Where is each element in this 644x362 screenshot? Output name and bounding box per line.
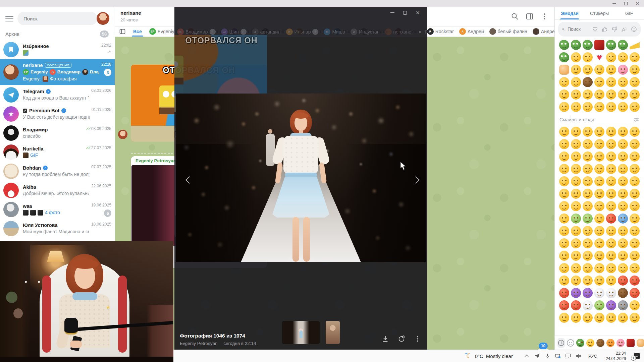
smiley-emoji-43[interactable] <box>571 201 581 211</box>
smiley-emoji-3[interactable] <box>594 127 604 137</box>
smiley-emoji-72[interactable] <box>583 251 593 261</box>
smiley-emoji-94[interactable] <box>594 288 604 298</box>
heart-icon[interactable] <box>592 26 598 33</box>
party-icon[interactable] <box>621 26 628 33</box>
recent-emoji-22[interactable] <box>571 77 581 87</box>
smiley-emoji-44[interactable] <box>583 201 593 211</box>
chat-list-item[interactable]: nerixaneСООБЩЕНИЯEPEvgeniyВВладимирВлад.… <box>0 59 115 85</box>
emoji-category-5[interactable] <box>606 338 614 348</box>
smiley-emoji-46[interactable] <box>606 201 616 211</box>
recent-emoji-26[interactable] <box>618 77 628 87</box>
smiley-emoji-108[interactable] <box>594 313 604 323</box>
smiley-emoji-80[interactable] <box>594 263 604 273</box>
smiley-emoji-86[interactable] <box>583 276 593 286</box>
smiley-emoji-24[interactable] <box>594 164 604 174</box>
download-icon[interactable] <box>382 335 389 343</box>
smiley-emoji-66[interactable] <box>594 238 604 248</box>
smiley-emoji-42[interactable] <box>559 201 569 211</box>
thumbs-up-icon[interactable] <box>601 26 608 33</box>
window-close-icon[interactable]: ✕ <box>636 0 639 7</box>
sender-avatar[interactable] <box>118 130 127 139</box>
thumbnail-current[interactable] <box>282 321 320 344</box>
smiley-emoji-102[interactable] <box>606 300 616 310</box>
chat-list-item[interactable]: NurikellaGIF✓✓27.07.2025 <box>0 142 115 162</box>
smiley-emoji-33[interactable] <box>618 176 628 186</box>
smiley-emoji-2[interactable] <box>583 127 593 137</box>
recent-emoji-17[interactable] <box>594 65 604 75</box>
viewer-maximize-icon[interactable] <box>403 11 407 15</box>
smiley-emoji-57[interactable] <box>571 226 581 236</box>
smiley-emoji-28[interactable] <box>559 176 569 186</box>
member-chip[interactable]: RRockstar <box>417 28 427 35</box>
smiley-emoji-76[interactable] <box>630 251 640 261</box>
screenshare-tray-icon[interactable] <box>555 353 561 359</box>
smiley-emoji-79[interactable] <box>583 263 593 273</box>
smiley-emoji-17[interactable] <box>594 152 604 162</box>
smiley-emoji-54[interactable] <box>618 214 628 224</box>
chat-list-item[interactable]: Владимирспасибо✓✓03.09.2025 <box>0 123 115 142</box>
album-sender-name[interactable]: Evgeniy Petrosyan <box>136 158 176 163</box>
smiley-emoji-110[interactable] <box>618 313 628 323</box>
smiley-emoji-91[interactable] <box>559 288 569 298</box>
weather-widget[interactable]: ☾☁ 0°C Mostly clear <box>466 353 513 359</box>
smiley-emoji-77[interactable] <box>559 263 569 273</box>
emoji-category-1[interactable] <box>567 338 574 348</box>
recent-emoji-6[interactable] <box>630 40 640 50</box>
smiley-emoji-106[interactable] <box>571 313 581 323</box>
recent-emoji-13[interactable] <box>630 52 640 62</box>
smiley-emoji-15[interactable] <box>571 152 581 162</box>
recent-emoji-41[interactable] <box>630 102 640 112</box>
smiley-emoji-68[interactable] <box>618 238 628 248</box>
menu-icon[interactable] <box>5 16 13 21</box>
smiley-emoji-16[interactable] <box>583 152 593 162</box>
smiley-emoji-14[interactable] <box>559 152 569 162</box>
recent-emoji-35[interactable] <box>559 102 569 112</box>
smiley-emoji-61[interactable] <box>618 226 628 236</box>
smiley-emoji-78[interactable] <box>571 263 581 273</box>
sliders-icon[interactable] <box>633 117 639 123</box>
smiley-emoji-62[interactable] <box>630 226 640 236</box>
smiley-emoji-87[interactable] <box>594 276 604 286</box>
smiley-emoji-34[interactable] <box>630 176 640 186</box>
smiley-emoji-37[interactable] <box>583 189 593 199</box>
smiley-emoji-25[interactable] <box>606 164 616 174</box>
smiley-emoji-103[interactable] <box>618 300 628 310</box>
smiley-emoji-38[interactable] <box>594 189 604 199</box>
recent-emoji-40[interactable] <box>618 102 628 112</box>
smiley-emoji-13[interactable] <box>630 139 640 149</box>
archive-section[interactable]: Архив 58 <box>0 30 115 40</box>
recent-emoji-37[interactable] <box>583 102 593 112</box>
recent-emoji-12[interactable] <box>618 52 628 62</box>
search-icon[interactable] <box>511 12 519 20</box>
notification-center[interactable]: 1 <box>633 352 641 360</box>
recent-emoji-10[interactable]: ♥ <box>594 52 604 62</box>
tab-all-chats[interactable]: Все <box>131 26 144 37</box>
emoji-category-7[interactable] <box>627 338 635 348</box>
recent-emoji-31[interactable] <box>594 89 604 100</box>
recent-emoji-20[interactable] <box>630 65 640 75</box>
smiley-emoji-23[interactable] <box>583 164 593 174</box>
recent-emoji-27[interactable] <box>630 77 640 87</box>
recent-emoji-4[interactable] <box>606 40 616 50</box>
member-chip[interactable]: Андрей <box>533 28 554 35</box>
next-photo-button[interactable] <box>411 173 421 187</box>
smiley-emoji-85[interactable] <box>571 276 581 286</box>
smiley-emoji-4[interactable] <box>606 127 616 137</box>
smiley-emoji-55[interactable] <box>630 214 640 224</box>
smiley-emoji-40[interactable] <box>618 189 628 199</box>
smiley-emoji-56[interactable] <box>559 226 569 236</box>
recent-emoji-25[interactable] <box>606 77 616 87</box>
window-minimize-icon[interactable] <box>612 3 616 4</box>
smiley-emoji-32[interactable] <box>606 176 616 186</box>
smiley-emoji-12[interactable] <box>618 139 628 149</box>
display-tray-icon[interactable] <box>565 353 571 359</box>
smiley-emoji-104[interactable] <box>630 300 640 310</box>
chat-list-item[interactable]: ★Premium BotУ Вас есть действующая подпи… <box>0 104 115 123</box>
recent-emoji-24[interactable] <box>594 77 604 87</box>
search-input[interactable] <box>17 12 97 25</box>
member-chip[interactable]: ВВладимир6 <box>177 28 216 35</box>
smiley-emoji-67[interactable] <box>606 238 616 248</box>
smiley-emoji-19[interactable] <box>618 152 628 162</box>
member-chip[interactable]: ИИльнар1 <box>286 28 319 35</box>
member-chip[interactable]: белый филин <box>489 28 527 35</box>
